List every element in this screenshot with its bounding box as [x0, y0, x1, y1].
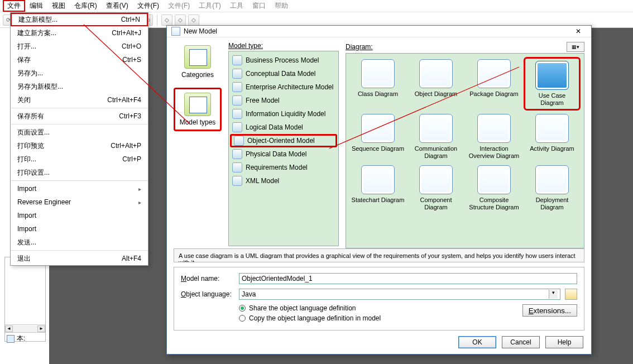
file-menu-item[interactable]: 发送... — [11, 236, 148, 249]
dialog-buttons: OK Cancel Help — [167, 331, 591, 354]
file-menu-item[interactable]: 页面设置... — [11, 126, 148, 139]
model-type-list[interactable]: Business Process ModelConceptual Data Mo… — [228, 51, 339, 246]
diagram-label: Component Diagram — [409, 197, 463, 211]
diagram-item[interactable]: Component Diagram — [407, 163, 464, 213]
model-type-label: Business Process Model — [246, 56, 319, 64]
model-name-input[interactable] — [239, 273, 577, 284]
file-menu-item[interactable]: 保存Ctrl+S — [11, 53, 148, 66]
menu-sec-file[interactable]: 文件(F) — [164, 0, 194, 12]
menu-edit[interactable]: 编辑 — [25, 0, 47, 12]
diagram-icon — [535, 165, 569, 194]
file-menu-item[interactable]: 关闭Ctrl+Alt+F4 — [11, 93, 148, 107]
extensions-button[interactable]: Extensions... — [522, 304, 577, 317]
menu-sec-help[interactable]: 帮助 — [270, 0, 292, 12]
file-menu-item[interactable]: 打印...Ctrl+P — [11, 152, 148, 166]
diagram-icon — [535, 61, 569, 90]
scroll-left-icon[interactable]: ◄ — [5, 325, 13, 332]
model-type-icon — [232, 82, 242, 92]
diagram-item[interactable]: Activity Diagram — [524, 112, 581, 162]
model-type-item[interactable]: Physical Data Model — [230, 147, 337, 161]
file-menu-item[interactable]: 另存为... — [11, 66, 148, 80]
menu-look[interactable]: 查看(V) — [102, 0, 133, 12]
file-menu-item[interactable]: 退出Alt+F4 — [11, 252, 148, 265]
menu-view[interactable]: 视图 — [47, 0, 70, 12]
model-type-label: XML Model — [246, 177, 279, 185]
file-menu-item[interactable]: 建立新模型...Ctrl+N — [11, 13, 148, 26]
diagram-item[interactable]: Communication Diagram — [407, 112, 464, 162]
model-type-icon — [232, 162, 242, 173]
model-type-item[interactable]: Free Model — [230, 94, 337, 107]
thumb-scroll[interactable]: ◄ ► — [5, 324, 45, 332]
file-menu-item[interactable]: 打印设置... — [11, 166, 148, 179]
diagram-item[interactable]: Package Diagram — [466, 57, 522, 111]
cat-model-types[interactable]: Model types — [174, 88, 222, 131]
model-type-item[interactable]: Information Liquidity Model — [230, 107, 337, 121]
cancel-button[interactable]: Cancel — [502, 336, 540, 348]
model-type-item[interactable]: Requirements Model — [230, 161, 337, 174]
scroll-right-icon[interactable]: ► — [37, 325, 45, 332]
file-menu-label: 保存 — [17, 55, 31, 65]
file-menu-label: Import — [17, 185, 36, 193]
tb-shape2-icon[interactable]: ◇ — [175, 15, 186, 26]
file-menu-accel: Ctrl+Alt+F4 — [107, 96, 141, 104]
file-menu-item[interactable]: 另存为新模型... — [11, 80, 148, 93]
diagram-label: Statechart Diagram — [352, 197, 405, 204]
diagram-icon — [477, 165, 511, 194]
file-menu-item[interactable]: 建立新方案...Ctrl+Alt+J — [11, 26, 148, 40]
chevron-down-icon[interactable]: ▾ — [549, 290, 558, 299]
diagram-item[interactable]: Interaction Overview Diagram — [466, 112, 522, 162]
scroll-track[interactable] — [13, 325, 37, 332]
diagram-item[interactable]: Use Case Diagram — [524, 57, 581, 111]
diagram-header: Diagram: — [346, 43, 373, 51]
file-menu-label: 建立新方案... — [17, 28, 56, 38]
thumb-doc-icon[interactable] — [7, 335, 15, 343]
diagram-icon — [419, 165, 453, 194]
model-type-item[interactable]: XML Model — [230, 174, 337, 188]
ok-button[interactable]: OK — [458, 336, 496, 348]
cat-categories[interactable]: Categories — [174, 42, 222, 82]
menu-file[interactable]: 文件 — [3, 0, 25, 12]
diagram-icon — [419, 59, 453, 88]
diagram-icon — [361, 114, 395, 143]
help-button[interactable]: Help — [545, 336, 583, 348]
menu-sec-tool2[interactable]: 工具 — [226, 0, 248, 12]
radio-copy[interactable] — [239, 315, 246, 322]
diagram-item[interactable]: Object Diagram — [407, 57, 464, 111]
menu-repo[interactable]: 仓库(R) — [70, 0, 102, 12]
diagram-label: Deployment Diagram — [525, 197, 579, 211]
diagram-label: Composite Structure Diagram — [467, 197, 521, 211]
diagram-column: Diagram: ▦▾ Class DiagramObject DiagramP… — [346, 42, 584, 248]
file-menu-item[interactable]: 打印预览Ctrl+Alt+P — [11, 139, 148, 152]
diagram-item[interactable]: Class Diagram — [349, 57, 406, 111]
diagram-item[interactable]: Sequence Diagram — [349, 112, 406, 162]
file-menu-item[interactable]: 打开...Ctrl+O — [11, 40, 148, 53]
thumb-panel: ◄ ► 本: — [4, 257, 46, 342]
model-type-item[interactable]: Conceptual Data Model — [230, 67, 337, 80]
file-menu-accel: Ctrl+Alt+P — [111, 142, 141, 150]
model-type-item[interactable]: Business Process Model — [230, 54, 337, 67]
menu-sec-tool[interactable]: 工具(T) — [194, 0, 225, 12]
model-type-label: Object-Oriented Model — [247, 137, 315, 145]
radio-share[interactable] — [239, 305, 246, 312]
diagram-item[interactable]: Deployment Diagram — [524, 163, 581, 213]
file-menu-item[interactable]: Reverse Engineer▸ — [11, 195, 148, 209]
model-type-item[interactable]: Object-Oriented Model — [230, 134, 337, 147]
tb-shape3-icon[interactable]: ◇ — [188, 15, 199, 26]
model-type-label: Free Model — [246, 97, 280, 104]
file-menu-item[interactable]: Import — [11, 209, 148, 222]
menu-sec-window[interactable]: 窗口 — [248, 0, 270, 12]
browse-folder-button[interactable] — [565, 289, 577, 300]
model-type-item[interactable]: Enterprise Architecture Model — [230, 80, 337, 94]
file-menu-item[interactable]: Import — [11, 222, 148, 236]
diagram-item[interactable]: Composite Structure Diagram — [466, 163, 522, 213]
object-language-combo[interactable]: Java ▾ — [239, 289, 560, 300]
diagram-item[interactable]: Statechart Diagram — [349, 163, 406, 213]
file-menu-item[interactable]: 保存所有Ctrl+F3 — [11, 109, 148, 123]
file-menu-accel: Alt+F4 — [122, 255, 141, 262]
menu-file2[interactable]: 文件(F) — [133, 0, 164, 12]
file-menu-item[interactable]: Import▸ — [11, 182, 148, 195]
tb-shape-icon[interactable]: ◇ — [161, 15, 172, 26]
close-icon[interactable]: ✕ — [570, 26, 587, 37]
model-type-item[interactable]: Logical Data Model — [230, 121, 337, 134]
view-mode-button[interactable]: ▦▾ — [567, 42, 584, 52]
